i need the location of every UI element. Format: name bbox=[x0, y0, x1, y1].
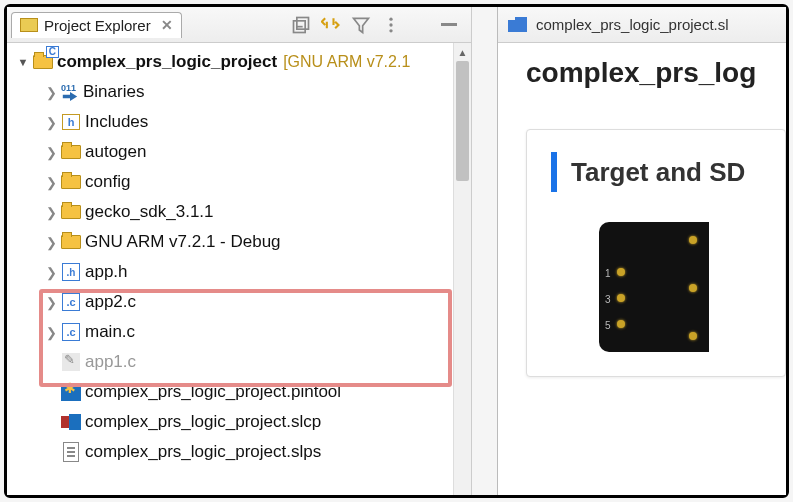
board-image: 1 3 5 bbox=[599, 222, 709, 352]
c-project-icon: C bbox=[33, 52, 53, 72]
view-toolbar bbox=[291, 15, 467, 35]
file-icon bbox=[61, 442, 81, 462]
chevron-right-icon[interactable] bbox=[43, 324, 59, 340]
collapse-all-icon[interactable] bbox=[291, 15, 311, 35]
tree-root-decoration: [GNU ARM v7.2.1 bbox=[283, 53, 410, 71]
tree-item-binaries[interactable]: 011 Binaries bbox=[7, 77, 471, 107]
folder-icon bbox=[61, 142, 81, 162]
target-sdk-card: Target and SD 1 3 5 bbox=[526, 129, 786, 377]
link-editor-icon[interactable] bbox=[321, 15, 341, 35]
excluded-file-icon bbox=[61, 352, 81, 372]
tree-item-label: Binaries bbox=[83, 82, 144, 102]
view-menu-icon[interactable] bbox=[381, 15, 401, 35]
slcp-tab-icon bbox=[508, 17, 528, 33]
tree-item-geckosdk[interactable]: gecko_sdk_3.1.1 bbox=[7, 197, 471, 227]
svg-point-3 bbox=[389, 17, 392, 20]
spacer bbox=[43, 414, 59, 430]
slcp-icon bbox=[61, 412, 81, 432]
tree-item-slps[interactable]: complex_prs_logic_project.slps bbox=[7, 437, 471, 467]
vertical-scrollbar[interactable]: ▲ bbox=[453, 43, 471, 495]
tree-item-app2-c[interactable]: .c app2.c bbox=[7, 287, 471, 317]
tree-root-label: complex_prs_logic_project bbox=[57, 52, 277, 72]
chevron-right-icon[interactable] bbox=[43, 294, 59, 310]
chevron-down-icon[interactable] bbox=[15, 54, 31, 70]
chevron-right-icon[interactable] bbox=[43, 234, 59, 250]
sash-gap[interactable] bbox=[472, 7, 498, 495]
chevron-right-icon[interactable] bbox=[43, 264, 59, 280]
tree-item-label: GNU ARM v7.2.1 - Debug bbox=[85, 232, 281, 252]
tree-item-config[interactable]: config bbox=[7, 167, 471, 197]
tree-item-label: main.c bbox=[85, 322, 135, 342]
chevron-right-icon[interactable] bbox=[43, 144, 59, 160]
tree-item-autogen[interactable]: autogen bbox=[7, 137, 471, 167]
card-title: Target and SD bbox=[571, 157, 745, 188]
tree-item-gnuarm-debug[interactable]: GNU ARM v7.2.1 - Debug bbox=[7, 227, 471, 257]
tree-item-slcp[interactable]: complex_prs_logic_project.slcp bbox=[7, 407, 471, 437]
tab-project-explorer[interactable]: Project Explorer ✕ bbox=[11, 12, 182, 38]
tree-item-label: autogen bbox=[85, 142, 146, 162]
tree-item-label: complex_prs_logic_project.slcp bbox=[85, 412, 321, 432]
c-file-icon: .c bbox=[61, 322, 81, 342]
tree-item-app1-c[interactable]: app1.c bbox=[7, 347, 471, 377]
pintool-icon bbox=[61, 382, 81, 402]
h-file-icon: .h bbox=[61, 262, 81, 282]
tab-label: Project Explorer bbox=[44, 17, 151, 34]
tree-item-label: app2.c bbox=[85, 292, 136, 312]
folder-icon bbox=[61, 172, 81, 192]
pin-label: 3 bbox=[605, 294, 611, 305]
tree-item-label: app.h bbox=[85, 262, 128, 282]
chevron-right-icon[interactable] bbox=[43, 204, 59, 220]
filter-icon[interactable] bbox=[351, 15, 371, 35]
project-tree: C complex_prs_logic_project [GNU ARM v7.… bbox=[7, 43, 471, 495]
editor-body: complex_prs_log Target and SD 1 3 5 bbox=[498, 43, 786, 495]
tree-item-main-c[interactable]: .c main.c bbox=[7, 317, 471, 347]
tree-item-pintool[interactable]: complex_prs_logic_project.pintool bbox=[7, 377, 471, 407]
svg-text:011: 011 bbox=[61, 83, 76, 93]
close-icon[interactable]: ✕ bbox=[157, 17, 173, 33]
project-explorer-icon bbox=[20, 18, 38, 32]
scroll-up-icon[interactable]: ▲ bbox=[454, 43, 471, 61]
tree-item-label: config bbox=[85, 172, 130, 192]
tree-item-label: app1.c bbox=[85, 352, 136, 372]
spacer bbox=[43, 444, 59, 460]
svg-point-4 bbox=[389, 23, 392, 26]
project-explorer-panel: Project Explorer ✕ C complex_ bbox=[7, 7, 472, 495]
svg-point-5 bbox=[389, 29, 392, 32]
tree-item-label: complex_prs_logic_project.slps bbox=[85, 442, 321, 462]
minimize-icon[interactable] bbox=[441, 23, 457, 26]
tree-item-app-h[interactable]: .h app.h bbox=[7, 257, 471, 287]
includes-icon: h bbox=[61, 112, 81, 132]
binaries-icon: 011 bbox=[61, 83, 79, 101]
pin-label: 5 bbox=[605, 320, 611, 331]
tab-slcp-editor[interactable]: complex_prs_logic_project.sl bbox=[498, 7, 786, 43]
c-file-icon: .c bbox=[61, 292, 81, 312]
accent-bar bbox=[551, 152, 557, 192]
tree-root[interactable]: C complex_prs_logic_project [GNU ARM v7.… bbox=[7, 47, 471, 77]
editor-panel: complex_prs_logic_project.sl complex_prs… bbox=[498, 7, 786, 495]
page-title: complex_prs_log bbox=[526, 57, 786, 89]
editor-tab-label: complex_prs_logic_project.sl bbox=[536, 16, 729, 33]
tree-item-includes[interactable]: h Includes bbox=[7, 107, 471, 137]
view-tabbar: Project Explorer ✕ bbox=[7, 7, 471, 43]
chevron-right-icon[interactable] bbox=[43, 114, 59, 130]
scroll-thumb[interactable] bbox=[456, 61, 469, 181]
tree-item-label: complex_prs_logic_project.pintool bbox=[85, 382, 341, 402]
folder-icon bbox=[61, 232, 81, 252]
chevron-right-icon[interactable] bbox=[43, 174, 59, 190]
chevron-right-icon[interactable] bbox=[43, 84, 59, 100]
pin-label: 1 bbox=[605, 268, 611, 279]
spacer bbox=[43, 354, 59, 370]
tree-item-label: Includes bbox=[85, 112, 148, 132]
folder-icon bbox=[61, 202, 81, 222]
spacer bbox=[43, 384, 59, 400]
tree-item-label: gecko_sdk_3.1.1 bbox=[85, 202, 214, 222]
